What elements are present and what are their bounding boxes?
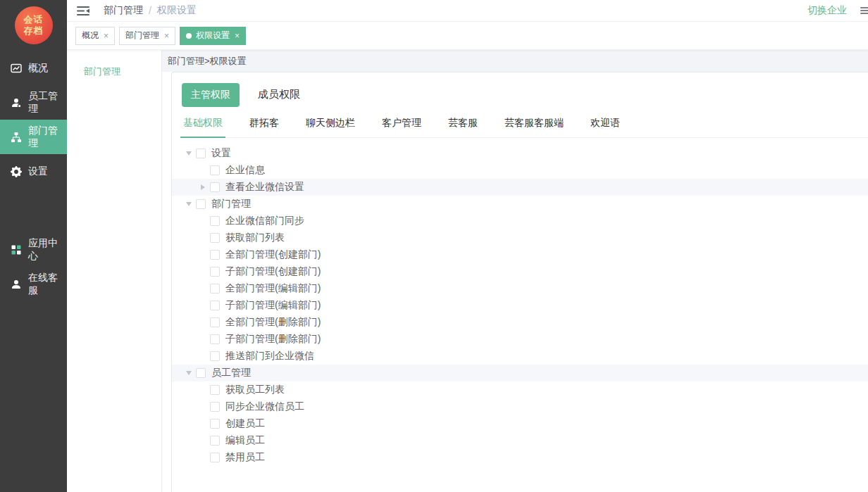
tree-row[interactable]: 编辑员工 bbox=[172, 432, 868, 449]
tree-node-label[interactable]: 禁用员工 bbox=[225, 451, 265, 464]
tree-node-label[interactable]: 推送部门到企业微信 bbox=[225, 350, 314, 362]
tree-row[interactable]: 全部门管理(编辑部门) bbox=[172, 280, 868, 297]
tree-node-label[interactable]: 编辑员工 bbox=[225, 434, 265, 447]
sidebar-item-appcenter[interactable]: 应用中心 bbox=[0, 232, 67, 267]
tab-permission[interactable]: 权限设置× bbox=[180, 27, 246, 45]
checkbox[interactable] bbox=[210, 317, 220, 327]
tree-node-label[interactable]: 获取部门列表 bbox=[225, 232, 285, 244]
sidebar-item-department[interactable]: 部门管理 bbox=[0, 120, 67, 154]
tree-node-label[interactable]: 子部门管理(删除部门) bbox=[225, 333, 321, 346]
caret-down-icon[interactable] bbox=[182, 151, 196, 156]
role-tab-supervisor[interactable]: 主管权限 bbox=[182, 83, 240, 107]
tab-customer[interactable]: 客户管理 bbox=[380, 117, 423, 137]
tab-welcome[interactable]: 欢迎语 bbox=[589, 117, 621, 137]
org-chart-icon bbox=[10, 131, 23, 144]
subpanel-item-department[interactable]: 部门管理 bbox=[84, 65, 161, 78]
tree-node-label[interactable]: 查看企业微信设置 bbox=[225, 181, 304, 194]
tree-row[interactable]: 获取部门列表 bbox=[172, 229, 868, 246]
sidebar-item-settings[interactable]: 设置 bbox=[0, 154, 67, 189]
breadcrumb-parent[interactable]: 部门管理 bbox=[104, 4, 143, 17]
sidebar-item-label: 在线客服 bbox=[28, 272, 67, 297]
close-icon[interactable]: × bbox=[235, 32, 240, 40]
caret-right-icon[interactable] bbox=[196, 184, 210, 190]
user-icon bbox=[10, 96, 23, 109]
tree-node-label[interactable]: 设置 bbox=[211, 147, 231, 160]
tree-row[interactable]: 子部门管理(删除部门) bbox=[172, 331, 868, 348]
app-logo: 会话 存档 bbox=[15, 6, 53, 44]
checkbox[interactable] bbox=[210, 436, 220, 446]
checkbox[interactable] bbox=[210, 351, 220, 361]
checkbox[interactable] bbox=[210, 301, 220, 310]
checkbox[interactable] bbox=[210, 250, 220, 260]
tree-node-label[interactable]: 获取员工列表 bbox=[225, 384, 285, 396]
tab-yunkefu-client[interactable]: 芸客服客服端 bbox=[503, 117, 565, 137]
checkbox[interactable] bbox=[210, 216, 220, 226]
checkbox[interactable] bbox=[210, 385, 220, 395]
tab-overview[interactable]: 概况× bbox=[75, 27, 115, 45]
app-grid-icon bbox=[10, 244, 23, 256]
checkbox[interactable] bbox=[196, 199, 206, 209]
tree-node-label[interactable]: 员工管理 bbox=[211, 367, 251, 379]
role-tab-member[interactable]: 成员权限 bbox=[258, 82, 300, 107]
checkbox[interactable] bbox=[210, 419, 220, 429]
close-icon[interactable]: × bbox=[164, 32, 169, 40]
close-icon[interactable]: × bbox=[104, 32, 108, 40]
sidebar-fold-icon[interactable] bbox=[77, 5, 91, 16]
checkbox[interactable] bbox=[196, 149, 206, 158]
tree-row[interactable]: 获取员工列表 bbox=[172, 381, 868, 398]
user-menu-icon[interactable] bbox=[860, 6, 868, 15]
checkbox[interactable] bbox=[210, 182, 220, 192]
tab-department[interactable]: 部门管理× bbox=[119, 27, 175, 45]
tree-row[interactable]: 推送部门到企业微信 bbox=[172, 348, 868, 365]
checkbox[interactable] bbox=[210, 165, 220, 175]
checkbox[interactable] bbox=[210, 233, 220, 243]
tree-node-label[interactable]: 同步企业微信员工 bbox=[225, 400, 304, 413]
sidebar-item-overview[interactable]: 概况 bbox=[0, 51, 67, 85]
tree-row[interactable]: 企业信息 bbox=[172, 162, 868, 179]
tree-node-label[interactable]: 部门管理 bbox=[211, 198, 251, 210]
tree-node-label[interactable]: 全部门管理(删除部门) bbox=[225, 316, 321, 329]
tab-yunkefu[interactable]: 芸客服 bbox=[447, 117, 479, 137]
logo-wrap: 会话 存档 bbox=[0, 0, 67, 51]
tree-row[interactable]: 企业微信部门同步 bbox=[172, 213, 868, 229]
tree-node-label[interactable]: 企业微信部门同步 bbox=[225, 215, 304, 227]
tree-node-label[interactable]: 子部门管理(创建部门) bbox=[225, 265, 321, 278]
caret-down-icon[interactable] bbox=[182, 371, 196, 375]
checkbox[interactable] bbox=[210, 334, 220, 344]
checkbox[interactable] bbox=[210, 453, 220, 462]
tree-node-label[interactable]: 全部门管理(创建部门) bbox=[225, 248, 321, 261]
checkbox[interactable] bbox=[210, 267, 220, 277]
tree-row[interactable]: 员工管理 bbox=[172, 365, 868, 381]
tree-row[interactable]: 全部门管理(创建部门) bbox=[172, 246, 868, 263]
top-navbar: 部门管理 / 权限设置 切换企业 bbox=[67, 0, 868, 22]
tab-basic[interactable]: 基础权限 bbox=[182, 117, 224, 137]
tree-row[interactable]: 子部门管理(创建部门) bbox=[172, 263, 868, 280]
tree-row[interactable]: 禁用员工 bbox=[172, 449, 868, 466]
tree-node-label[interactable]: 子部门管理(编辑部门) bbox=[225, 299, 321, 312]
sidebar-item-staff[interactable]: 员工管理 bbox=[0, 85, 67, 120]
tree-node-label[interactable]: 企业信息 bbox=[225, 164, 265, 177]
page-title: 部门管理>权限设置 bbox=[162, 50, 868, 72]
tree-row[interactable]: 部门管理 bbox=[172, 196, 868, 213]
tree-row[interactable]: 全部门管理(删除部门) bbox=[172, 314, 868, 331]
tab-group-expand[interactable]: 群拓客 bbox=[248, 117, 280, 137]
tree-row[interactable]: 查看企业微信设置 bbox=[172, 179, 868, 196]
tree-row[interactable]: 设置 bbox=[172, 145, 868, 162]
tree-row[interactable]: 子部门管理(编辑部门) bbox=[172, 297, 868, 314]
sidebar-item-service[interactable]: 在线客服 bbox=[0, 267, 67, 301]
sidebar-item-label: 部门管理 bbox=[28, 125, 67, 150]
tree-node-label[interactable]: 创建员工 bbox=[225, 417, 265, 430]
checkbox[interactable] bbox=[196, 368, 206, 378]
tree-row[interactable]: 创建员工 bbox=[172, 415, 868, 432]
tab-chat-sidebar[interactable]: 聊天侧边栏 bbox=[304, 117, 356, 137]
topbar-right: 切换企业 bbox=[807, 4, 868, 17]
tags-bar: 概况×部门管理×权限设置× bbox=[67, 22, 868, 50]
checkbox[interactable] bbox=[210, 284, 220, 294]
tree-row[interactable]: 同步企业微信员工 bbox=[172, 398, 868, 415]
switch-company-link[interactable]: 切换企业 bbox=[807, 4, 847, 17]
sidebar-menu: 概况员工管理部门管理设置应用中心在线客服 bbox=[0, 51, 67, 301]
logo-text-line2: 存档 bbox=[24, 25, 44, 37]
caret-down-icon[interactable] bbox=[182, 202, 196, 206]
checkbox[interactable] bbox=[210, 402, 220, 412]
tree-node-label[interactable]: 全部门管理(编辑部门) bbox=[225, 282, 321, 295]
